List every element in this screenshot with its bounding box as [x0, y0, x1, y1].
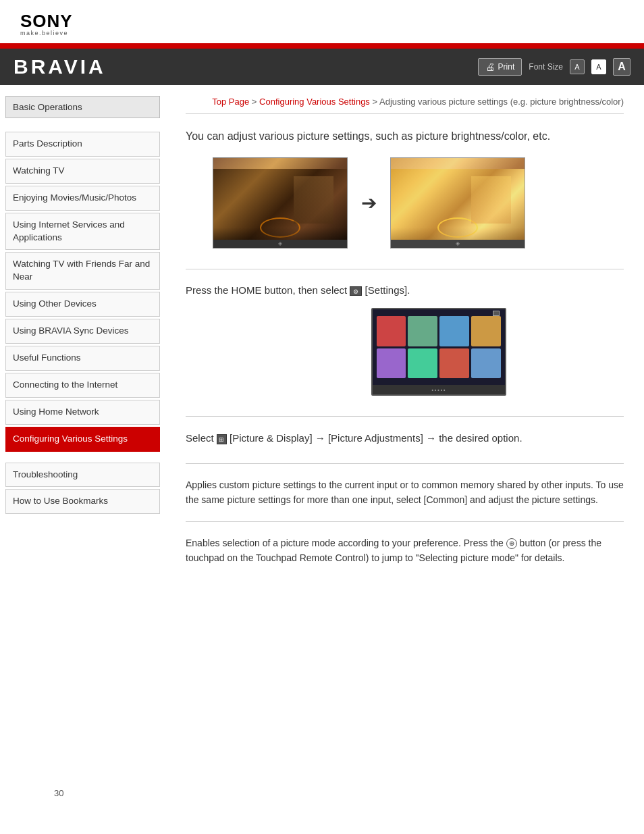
page-number: 30 — [54, 788, 63, 798]
sidebar-item-basic-operations[interactable]: Basic Operations — [5, 96, 160, 118]
breadcrumb-rest: > Adjusting various picture settings (e.… — [373, 97, 624, 107]
print-icon: 🖨 — [485, 61, 495, 72]
sidebar-item-useful-functions[interactable]: Useful Functions — [5, 346, 160, 371]
content-area: Top Page > Configuring Various Settings … — [165, 85, 644, 794]
tv-bottom-bar-before: ◈ — [213, 240, 347, 248]
enables-text: Enables selection of a picture mode acco… — [186, 536, 624, 566]
tv-images-container: ◈ ➔ ◈ — [213, 157, 624, 249]
top-bar: SONY make.believe — [0, 0, 644, 43]
print-button[interactable]: 🖨 Print — [478, 58, 522, 76]
section-applies: Applies custom picture settings to the c… — [186, 463, 624, 521]
font-size-label: Font Size — [529, 62, 563, 72]
sidebar: Basic Operations Parts Description Watch… — [0, 85, 165, 794]
sidebar-item-configuring-settings[interactable]: Configuring Various Settings — [5, 427, 160, 452]
section-description: You can adjust various picture settings,… — [186, 113, 624, 269]
section-description-text: You can adjust various picture settings,… — [186, 128, 624, 145]
sidebar-item-enjoying-movies[interactable]: Enjoying Movies/Music/Photos — [5, 186, 160, 211]
sidebar-item-using-other[interactable]: Using Other Devices — [5, 292, 160, 317]
tv-image-before: ◈ — [213, 157, 348, 249]
font-size-small-button[interactable]: A — [570, 59, 585, 74]
main-layout: Basic Operations Parts Description Watch… — [0, 85, 644, 794]
sidebar-item-how-to-use[interactable]: How to Use Bookmarks — [5, 489, 160, 514]
bravia-bar: BRAVIA 🖨 Print Font Size A A A — [0, 49, 644, 85]
sony-tagline: make.believe — [20, 30, 73, 36]
section-enables: Enables selection of a picture mode acco… — [186, 521, 624, 579]
sony-logo: SONY make.believe — [20, 12, 73, 36]
red-banner — [0, 43, 644, 49]
breadcrumb-configuring[interactable]: Configuring Various Settings — [259, 97, 370, 107]
breadcrumb: Top Page > Configuring Various Settings … — [186, 88, 624, 113]
sidebar-item-using-home[interactable]: Using Home Network — [5, 400, 160, 425]
breadcrumb-sep1: > — [252, 97, 259, 107]
settings-screen-container: ▪ ▪ ▪ ▪ ▪ — [253, 308, 624, 396]
circle-button-icon: ⊕ — [506, 538, 517, 549]
tv-bottom-bar-after: ◈ — [391, 240, 525, 248]
section-select-picture: Select ⊞ [Picture & Display] → [Picture … — [186, 416, 624, 463]
settings-screen-bar: ▪ ▪ ▪ ▪ ▪ — [373, 385, 505, 394]
sidebar-item-troubleshooting[interactable]: Troubleshooting — [5, 463, 160, 488]
tv-image-after: ◈ — [390, 157, 525, 249]
section-press-home: Press the HOME button, then select ⚙ [Se… — [186, 269, 624, 417]
sidebar-item-using-bravia[interactable]: Using BRAVIA Sync Devices — [5, 319, 160, 344]
breadcrumb-top-page[interactable]: Top Page — [212, 97, 249, 107]
arrow-icon: ➔ — [361, 192, 377, 214]
settings-screen: ▪ ▪ ▪ ▪ ▪ — [371, 308, 506, 396]
sidebar-item-watching-friends[interactable]: Watching TV with Friends Far and Near — [5, 252, 160, 290]
sidebar-item-connecting-internet[interactable]: Connecting to the Internet — [5, 373, 160, 398]
print-label: Print — [498, 62, 515, 72]
step1-text: Press the HOME button, then select ⚙ [Se… — [186, 283, 624, 298]
bravia-title: BRAVIA — [14, 55, 106, 78]
sony-brand: SONY — [20, 12, 73, 30]
applies-text: Applies custom picture settings to the c… — [186, 477, 624, 508]
font-size-medium-button[interactable]: A — [591, 59, 606, 74]
font-size-large-button[interactable]: A — [613, 58, 630, 76]
sidebar-item-parts-description[interactable]: Parts Description — [5, 132, 160, 157]
bravia-controls: 🖨 Print Font Size A A A — [478, 58, 630, 76]
select-text: Select ⊞ [Picture & Display] → [Picture … — [186, 430, 624, 446]
sidebar-item-using-internet[interactable]: Using Internet Services and Applications — [5, 213, 160, 251]
sidebar-item-watching-tv[interactable]: Watching TV — [5, 159, 160, 184]
